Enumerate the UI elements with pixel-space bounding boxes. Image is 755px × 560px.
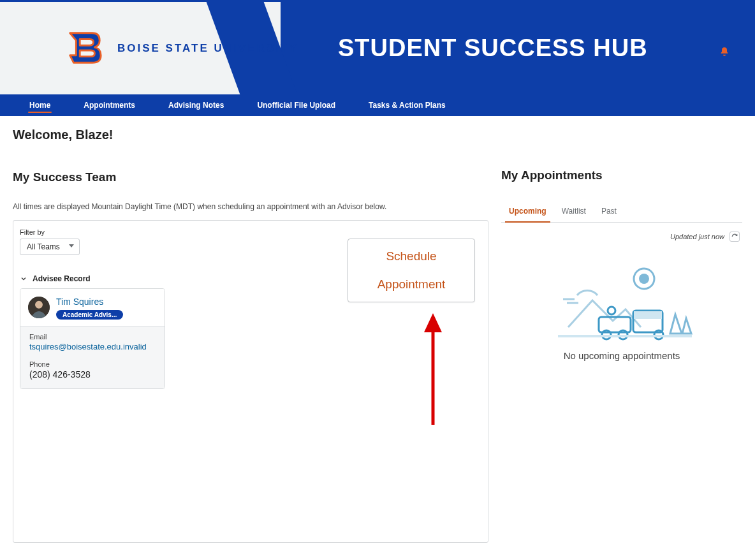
empty-state-text: No upcoming appointments bbox=[501, 350, 742, 361]
schedule-word1: Schedule bbox=[386, 249, 436, 263]
svg-point-1 bbox=[35, 301, 43, 309]
refresh-button[interactable] bbox=[729, 232, 740, 242]
advisor-phone: (208) 426-3528 bbox=[29, 369, 156, 379]
tab-upcoming[interactable]: Upcoming bbox=[501, 200, 554, 222]
nav-home[interactable]: Home bbox=[13, 94, 67, 116]
app-title: STUDENT SUCCESS HUB bbox=[338, 2, 717, 94]
svg-rect-13 bbox=[634, 311, 662, 319]
advisor-avatar bbox=[28, 297, 50, 318]
schedule-appointment-button[interactable]: Schedule Appointment bbox=[348, 239, 475, 302]
svg-marker-3 bbox=[424, 313, 442, 332]
brand-block: BOISE STATE UNIVERSITY bbox=[0, 2, 306, 94]
chevron-down-icon bbox=[20, 275, 27, 283]
university-name: BOISE STATE UNIVERSITY bbox=[117, 42, 298, 55]
schedule-word2: Appointment bbox=[378, 277, 446, 291]
teams-filter-select[interactable]: All Teams bbox=[20, 239, 80, 255]
timezone-note: All times are displayed Mountain Dayligh… bbox=[13, 202, 488, 211]
nav-appointments[interactable]: Appointments bbox=[67, 94, 152, 116]
updated-status: Updated just now bbox=[670, 233, 724, 240]
svg-point-5 bbox=[639, 274, 649, 284]
welcome-heading: Welcome, Blaze! bbox=[13, 128, 488, 142]
annotation-arrow-icon bbox=[420, 313, 446, 428]
advisor-role-badge: Academic Advis... bbox=[56, 310, 123, 320]
svg-point-11 bbox=[608, 307, 615, 314]
advisor-email-link[interactable]: tsquires@boisestate.edu.invalid bbox=[29, 342, 156, 351]
refresh-icon bbox=[731, 233, 738, 240]
advisor-email-label: Email bbox=[29, 333, 156, 341]
chevron-down-icon bbox=[69, 244, 74, 247]
advisor-phone-label: Phone bbox=[29, 360, 156, 368]
notifications-icon[interactable] bbox=[719, 47, 729, 59]
university-logo-icon bbox=[64, 30, 103, 67]
primary-nav: Home Appointments Advising Notes Unoffic… bbox=[0, 94, 755, 116]
nav-unofficial-file-upload[interactable]: Unofficial File Upload bbox=[240, 94, 352, 116]
my-success-team-heading: My Success Team bbox=[13, 170, 488, 184]
advisee-record-label: Advisee Record bbox=[33, 274, 91, 283]
tab-past[interactable]: Past bbox=[594, 200, 624, 222]
success-team-panel: Filter by All Teams Advisee Record Tim S… bbox=[13, 220, 488, 543]
advisor-card: Tim Squires Academic Advis... Email tsqu… bbox=[20, 288, 165, 389]
filter-by-label: Filter by bbox=[20, 228, 481, 236]
nav-advising-notes[interactable]: Advising Notes bbox=[152, 94, 240, 116]
tab-waitlist[interactable]: Waitlist bbox=[554, 200, 594, 222]
empty-state-illustration bbox=[545, 258, 698, 341]
my-appointments-heading: My Appointments bbox=[501, 168, 742, 182]
teams-filter-value: All Teams bbox=[27, 242, 60, 251]
nav-tasks-action-plans[interactable]: Tasks & Action Plans bbox=[352, 94, 462, 116]
app-banner: BOISE STATE UNIVERSITY STUDENT SUCCESS H… bbox=[0, 0, 755, 94]
advisor-name-link[interactable]: Tim Squires bbox=[56, 297, 123, 307]
appointments-tabs: Upcoming Waitlist Past bbox=[501, 200, 742, 223]
